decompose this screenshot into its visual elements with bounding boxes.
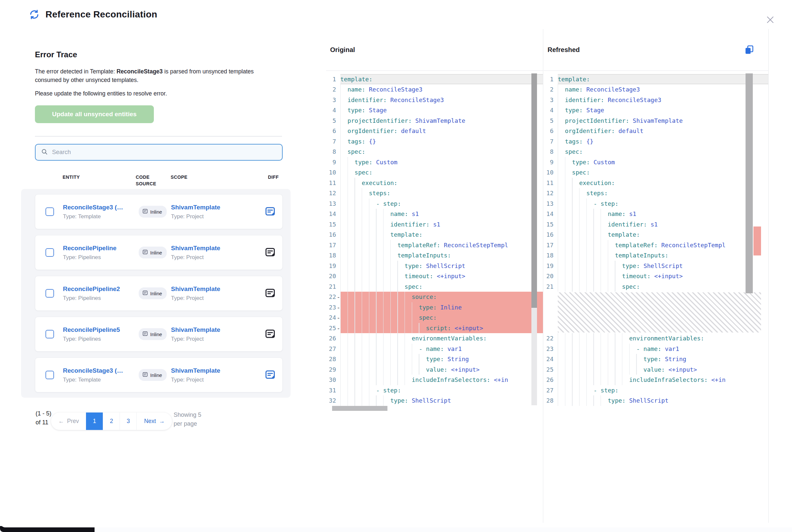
removed-marker [553, 344, 558, 354]
code-line: 28 type: String [326, 354, 543, 364]
line-content: - step: [558, 385, 768, 396]
row-checkbox[interactable] [45, 207, 54, 216]
yaml-key: orgIdentifier [565, 128, 611, 134]
removed-marker [336, 219, 340, 230]
refreshed-code: 1template:2 name: ReconcileStage33 ident… [544, 72, 768, 510]
code-line: 14 name: s1 [544, 209, 768, 219]
vertical-scrollbar-thumb[interactable] [531, 73, 537, 308]
yaml-key: identifier [390, 221, 426, 228]
line-content: timeout: <+input> [558, 271, 768, 282]
code-line: 13 - step: [544, 198, 768, 209]
code-line: 21 spec: [326, 282, 543, 292]
code-line: 10 spec: [544, 167, 768, 178]
page-button-1[interactable]: 1 [86, 413, 103, 430]
line-content: spec: [558, 167, 768, 178]
yaml-colon: : [394, 179, 398, 186]
removed-marker: - [336, 302, 340, 313]
table-header: ENTITY CODE SOURCE SCOPE DIFF [35, 174, 283, 187]
line-number: 25 [326, 323, 336, 334]
page-button-3[interactable]: 3 [119, 413, 136, 430]
line-text: spec: [558, 169, 590, 176]
line-content: templateRef: ReconcileStepTempl [340, 240, 543, 250]
copy-icon[interactable] [742, 43, 756, 56]
line-number: 3 [544, 95, 553, 105]
code-line: 17 templateRef: ReconcileStepTempl [544, 240, 768, 250]
yaml-colon: : [486, 376, 494, 383]
diff-icon[interactable] [264, 369, 276, 381]
error-description: The error detected in Template: Reconcil… [35, 67, 265, 84]
line-content: steps: [340, 188, 543, 198]
diff-icon[interactable] [264, 328, 276, 340]
line-text: - step: [340, 200, 401, 207]
page-button-2[interactable]: 2 [103, 413, 119, 430]
line-number: 1 [544, 74, 553, 84]
yaml-colon: : [636, 283, 640, 290]
close-icon[interactable] [764, 13, 777, 26]
line-number: 15 [544, 219, 553, 230]
inline-icon [142, 331, 148, 338]
checkbox-cell [35, 371, 63, 379]
reference-reconciliation-dialog: Reference Reconciliation Error Trace The… [0, 0, 792, 532]
line-text: - step: [558, 387, 619, 394]
row-checkbox[interactable] [45, 248, 54, 257]
diff-icon[interactable] [264, 287, 276, 300]
scope-link[interactable]: ShivamTemplate [171, 204, 257, 211]
yaml-value: s1 [651, 221, 658, 228]
entity-link[interactable]: ReconcilePipeline2 [63, 285, 136, 293]
horizontal-scrollbar-thumb[interactable] [332, 406, 387, 411]
line-text: spec: [340, 169, 373, 176]
entity-type-label: Type: Template [63, 377, 136, 383]
code-line: 30 includeInfraSelectors: <+in [326, 375, 543, 385]
line-text: type: Stage [558, 107, 604, 114]
line-number: 29 [326, 364, 336, 375]
line-text: templateRef: ReconcileStepTempl [340, 242, 508, 249]
code-source-badge: Inline [139, 328, 167, 340]
scope-link[interactable]: ShivamTemplate [171, 245, 257, 252]
code-line: 19 type: ShellScript [326, 261, 543, 271]
line-content: type: String [558, 354, 768, 364]
line-content: execution: [558, 178, 768, 188]
code-line: 24- spec: [326, 312, 543, 323]
yaml-key: steps [369, 190, 387, 196]
row-checkbox[interactable] [45, 289, 54, 298]
prev-page-button[interactable]: ←Prev [51, 413, 86, 430]
entity-link[interactable]: ReconcileStage3 (… [63, 367, 136, 374]
scope-link[interactable]: ShivamTemplate [171, 367, 257, 374]
update-all-button[interactable]: Update all unsynced entities [35, 105, 154, 123]
entity-link[interactable]: ReconcilePipeline [63, 245, 136, 252]
line-number: 7 [326, 136, 336, 147]
line-content: type: Stage [558, 105, 768, 116]
row-checkbox[interactable] [45, 371, 54, 379]
next-page-button[interactable]: Next→ [136, 413, 172, 430]
row-checkbox[interactable] [45, 330, 54, 338]
line-content: identifier: s1 [558, 219, 768, 230]
line-number: 12 [544, 188, 553, 198]
line-content: type: ShellScript [558, 395, 768, 406]
scope-link[interactable]: ShivamTemplate [171, 326, 257, 334]
removed-marker [553, 240, 558, 250]
diff-icon[interactable] [264, 246, 276, 259]
diff-icon[interactable] [264, 205, 276, 218]
entity-table: ReconcileStage3 (…Type: TemplateInlineSh… [35, 194, 283, 398]
removed-marker [336, 126, 340, 136]
removed-marker [553, 126, 558, 136]
entity-cell: ReconcileStage3 (…Type: Template [63, 367, 136, 383]
yaml-key: type [354, 159, 369, 166]
line-content: orgIdentifier: default [340, 126, 543, 136]
vertical-scrollbar-thumb[interactable] [745, 73, 753, 293]
line-number: 11 [326, 178, 336, 188]
code-line: 2 name: ReconcileStage3 [544, 84, 768, 95]
line-number: 23 [326, 302, 336, 313]
search-icon [41, 148, 48, 157]
yaml-colon: : [586, 169, 590, 176]
entity-link[interactable]: ReconcilePipeline5 [63, 326, 136, 334]
removed-marker: - [336, 292, 340, 302]
line-number: 11 [544, 178, 553, 188]
entity-link[interactable]: ReconcileStage3 (… [63, 204, 136, 211]
search-input[interactable] [52, 149, 277, 156]
scope-link[interactable]: ShivamTemplate [171, 285, 257, 293]
code-source-label: Inline [150, 209, 162, 215]
yaml-colon: : [701, 335, 704, 342]
code-line: 12 steps: [326, 188, 543, 198]
yaml-key: includeInfraSelectors [629, 376, 704, 383]
